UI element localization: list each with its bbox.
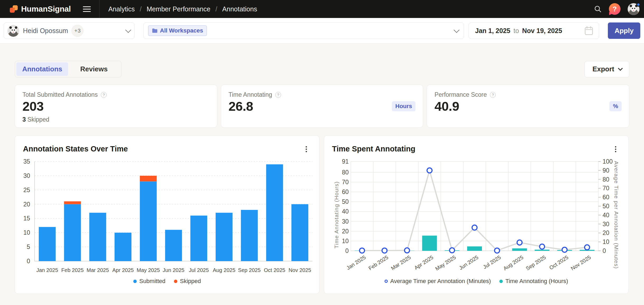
svg-text:40: 40	[603, 212, 609, 219]
svg-text:Nov 2025: Nov 2025	[570, 254, 592, 271]
chart-menu-icon[interactable]	[612, 145, 619, 153]
calendar-icon	[585, 26, 593, 35]
charts-row: 05101520253035Jan 2025Feb 2025Mar 2025Ap…	[15, 135, 629, 294]
chart-menu-icon[interactable]	[303, 145, 310, 153]
svg-text:Nov 2025: Nov 2025	[288, 267, 311, 273]
stat-card-time-annotating: Time Annotating ? 26.8 Hours	[221, 85, 423, 128]
svg-text:May 2025: May 2025	[434, 254, 457, 272]
breadcrumb-separator: /	[140, 5, 141, 13]
user-avatar[interactable]	[628, 3, 640, 15]
chart-legend: Average Time per Annotation (Minutes)Tim…	[324, 278, 628, 285]
breadcrumb-member-performance[interactable]: Member Performance	[146, 5, 210, 13]
unit-badge: Hours	[392, 101, 416, 111]
annotation-states-chart: 05101520253035Jan 2025Feb 2025Mar 2025Ap…	[15, 136, 320, 294]
svg-text:80: 80	[342, 169, 349, 176]
brand-name: HumanSignal	[21, 4, 71, 13]
filter-bar: Heidi Opossum +3 All Workspaces Jan 1, 2…	[0, 18, 644, 44]
time-spent-chart: 0102030405060708091010203040506070809010…	[324, 136, 629, 294]
svg-text:0: 0	[345, 247, 349, 254]
stat-footer: 3Skipped	[22, 116, 49, 123]
tab-reviews[interactable]: Reviews	[68, 62, 120, 76]
svg-text:0: 0	[27, 258, 30, 265]
help-circle-icon[interactable]: ?	[490, 92, 496, 98]
svg-text:30: 30	[23, 172, 30, 179]
svg-text:Mar 2025: Mar 2025	[87, 267, 109, 273]
legend-marker	[499, 280, 503, 283]
unit-badge: %	[609, 101, 622, 111]
svg-text:May 2025: May 2025	[137, 267, 160, 273]
svg-text:Jan 2025: Jan 2025	[36, 267, 58, 273]
folder-icon	[152, 28, 158, 33]
breadcrumb: Analytics / Member Performance / Annotat…	[108, 5, 257, 13]
member-name: Heidi Opossum	[23, 27, 68, 35]
svg-text:Jul 2025: Jul 2025	[482, 254, 502, 270]
svg-text:70: 70	[603, 185, 609, 192]
date-range-field[interactable]: Jan 1, 2025 to Nov 19, 2025	[468, 22, 599, 39]
svg-text:Mar 2025: Mar 2025	[390, 254, 412, 271]
svg-text:90: 90	[603, 167, 609, 174]
svg-text:20: 20	[342, 228, 349, 235]
svg-text:Jan 2025: Jan 2025	[345, 254, 367, 271]
svg-text:100: 100	[603, 158, 613, 165]
svg-text:60: 60	[603, 194, 609, 201]
svg-text:5: 5	[27, 243, 30, 250]
legend-item-skipped[interactable]: Skipped	[174, 278, 201, 285]
svg-text:0: 0	[603, 247, 606, 254]
svg-text:Sep 2025: Sep 2025	[525, 254, 547, 271]
workspaces-chip[interactable]: All Workspaces	[148, 25, 207, 36]
svg-text:Feb 2025: Feb 2025	[61, 267, 84, 273]
help-button[interactable]: ?	[609, 3, 621, 15]
legend-item[interactable]: Average Time per Annotation (Minutes)	[385, 278, 491, 285]
date-from: Jan 1, 2025	[475, 27, 510, 35]
stat-value: 40.9	[434, 99, 459, 114]
breadcrumb-separator: /	[215, 5, 217, 13]
svg-text:40: 40	[342, 208, 349, 215]
tab-annotations[interactable]: Annotations	[16, 62, 68, 76]
svg-text:50: 50	[342, 198, 349, 205]
chevron-down-icon	[125, 27, 131, 33]
legend-marker	[385, 280, 388, 283]
breadcrumb-annotations[interactable]: Annotations	[222, 5, 257, 13]
chart-title: Annotation States Over Time	[23, 145, 128, 153]
svg-text:10: 10	[23, 229, 30, 236]
stat-value: 203	[22, 99, 44, 114]
stat-value: 26.8	[229, 99, 253, 114]
chart-legend: SubmittedSkipped	[15, 278, 319, 285]
stat-label: Performance Score	[434, 91, 487, 98]
online-status-dot	[636, 3, 640, 7]
svg-text:Apr 2025: Apr 2025	[413, 254, 434, 271]
svg-text:10: 10	[342, 238, 349, 244]
svg-text:Jul 2025: Jul 2025	[189, 267, 209, 273]
help-circle-icon[interactable]: ?	[275, 92, 281, 98]
stat-label: Time Annotating	[229, 91, 272, 98]
svg-text:Oct 2025: Oct 2025	[548, 254, 569, 271]
stat-card-total-submitted: Total Submitted Annotations ? 203 3Skipp…	[15, 85, 217, 128]
svg-text:30: 30	[342, 218, 349, 225]
search-icon[interactable]	[594, 5, 602, 13]
stat-label: Total Submitted Annotations	[22, 91, 98, 98]
humansignal-logo-icon	[9, 4, 18, 13]
svg-text:10: 10	[603, 238, 609, 245]
menu-icon[interactable]	[83, 6, 91, 12]
legend-marker	[174, 280, 177, 283]
legend-item[interactable]: Time Annotating (Hours)	[499, 278, 568, 285]
legend-item-submitted[interactable]: Submitted	[133, 278, 165, 285]
brand-logo[interactable]: HumanSignal	[9, 4, 71, 13]
breadcrumb-analytics[interactable]: Analytics	[108, 5, 135, 13]
stat-card-performance-score: Performance Score ? 40.9 %	[427, 85, 629, 128]
date-to: Nov 19, 2025	[522, 27, 562, 35]
help-circle-icon[interactable]: ?	[101, 92, 107, 98]
apply-button[interactable]: Apply	[608, 22, 640, 39]
svg-text:30: 30	[603, 221, 609, 228]
svg-text:Oct 2025: Oct 2025	[264, 267, 285, 273]
workspaces-select[interactable]: All Workspaces	[143, 22, 464, 39]
chevron-down-icon	[454, 27, 460, 33]
svg-text:15: 15	[23, 215, 30, 222]
member-select[interactable]: Heidi Opossum +3	[4, 22, 135, 39]
legend-marker	[133, 280, 137, 283]
chart-title: Time Spent Annotating	[332, 145, 415, 153]
svg-text:Time Annotating (Hours): Time Annotating (Hours)	[333, 181, 339, 248]
member-extra-badge: +3	[72, 25, 83, 37]
export-button[interactable]: Export	[585, 61, 629, 77]
svg-text:20: 20	[603, 229, 609, 236]
